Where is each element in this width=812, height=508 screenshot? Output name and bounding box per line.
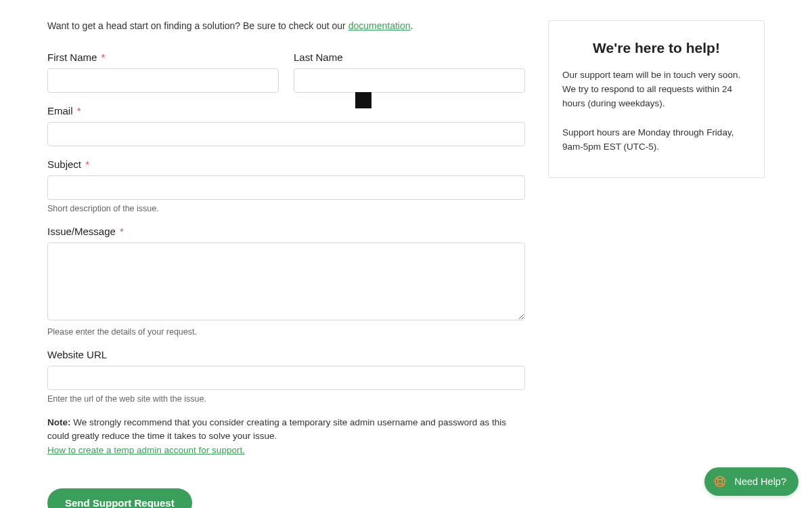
last-name-label: Last Name (294, 51, 525, 63)
required-mark: * (77, 105, 81, 117)
svg-line-5 (722, 484, 724, 486)
message-input[interactable] (47, 242, 525, 320)
intro-prefix: Want to get a head start on finding a so… (47, 20, 348, 31)
required-mark: * (102, 51, 106, 63)
message-label: Issue/Message * (47, 226, 525, 237)
message-label-text: Issue/Message (47, 226, 116, 237)
note-strong: Note: (47, 417, 71, 427)
life-ring-icon (713, 474, 727, 489)
send-support-request-button[interactable]: Send Support Request (47, 488, 192, 508)
svg-line-3 (722, 478, 724, 480)
intro-text: Want to get a head start on finding a so… (47, 20, 525, 31)
first-name-label: First Name * (47, 51, 279, 63)
subject-input[interactable] (47, 175, 525, 200)
need-help-label: Need Help? (734, 476, 786, 487)
required-mark: * (85, 158, 89, 170)
subject-help: Short description of the issue. (47, 204, 525, 213)
url-field: Website URL Enter the url of the web sit… (47, 349, 525, 404)
intro-suffix: . (411, 20, 413, 31)
documentation-link[interactable]: documentation (348, 20, 411, 31)
first-name-label-text: First Name (47, 51, 97, 63)
subject-label: Subject * (47, 158, 525, 170)
sidebar-hours: Support hours are Monday through Friday,… (562, 126, 750, 154)
message-help: Please enter the details of your request… (47, 327, 525, 337)
help-sidebar: We're here to help! Our support team wil… (548, 20, 765, 178)
support-page: Want to get a head start on finding a so… (0, 0, 812, 508)
email-label-text: Email (47, 105, 73, 117)
url-input[interactable] (47, 366, 525, 390)
url-label: Website URL (47, 349, 525, 360)
need-help-widget[interactable]: Need Help? (704, 467, 798, 496)
email-field: Email * (47, 105, 525, 146)
last-name-input[interactable] (294, 68, 525, 93)
sidebar-title: We're here to help! (562, 40, 750, 56)
support-form-container: Want to get a head start on finding a so… (47, 20, 525, 508)
svg-line-4 (717, 484, 719, 486)
email-label: Email * (47, 105, 525, 117)
svg-line-2 (717, 478, 719, 480)
note-text: We strongly recommend that you consider … (47, 417, 506, 441)
svg-point-1 (718, 480, 723, 484)
first-name-field: First Name * (47, 51, 279, 93)
sidebar-body: Our support team will be in touch very s… (562, 68, 750, 111)
last-name-field: Last Name (294, 51, 525, 93)
message-field: Issue/Message * Please enter the details… (47, 226, 525, 337)
temp-admin-link[interactable]: How to create a temp admin account for s… (47, 445, 245, 455)
email-input[interactable] (47, 122, 525, 146)
url-help: Enter the url of the web site with the i… (47, 394, 525, 404)
subject-label-text: Subject (47, 158, 81, 170)
first-name-input[interactable] (47, 68, 279, 93)
required-mark: * (120, 226, 124, 237)
subject-field: Subject * Short description of the issue… (47, 158, 525, 213)
note-block: Note: We strongly recommend that you con… (47, 416, 525, 457)
